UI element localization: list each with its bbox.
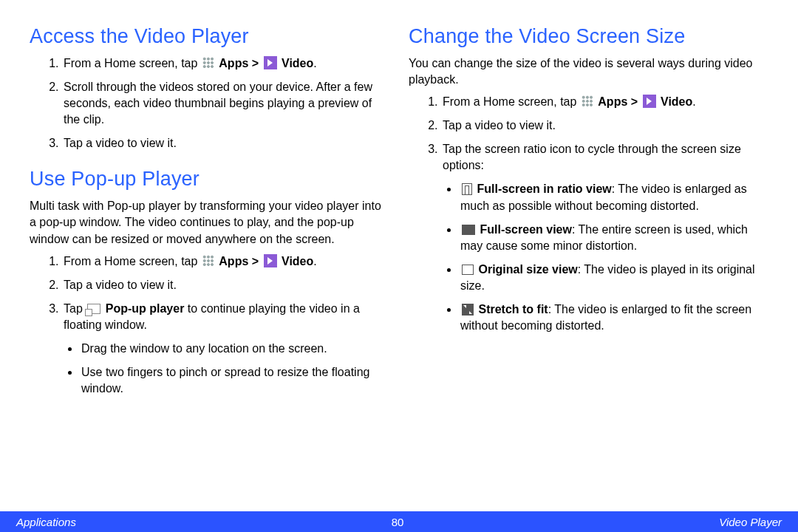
fullscreen-icon bbox=[462, 225, 475, 235]
screen-size-steps-list: From a Home screen, tap Apps > Video. Ta… bbox=[409, 94, 768, 334]
list-item: From a Home screen, tap Apps > Video. bbox=[62, 253, 389, 270]
step-text: From a Home screen, tap bbox=[64, 57, 201, 69]
list-item: Tap a video to view it. bbox=[441, 117, 768, 134]
list-item: Stretch to fit: The video is enlarged to… bbox=[459, 301, 768, 334]
apps-label: Apps bbox=[219, 255, 248, 267]
screen-size-intro-text: You can change the size of the video is … bbox=[409, 55, 768, 88]
list-item: Tap a video to view it. bbox=[62, 135, 389, 151]
video-label: Video bbox=[661, 95, 692, 108]
gt-separator: > bbox=[252, 255, 259, 267]
video-label: Video bbox=[282, 57, 313, 69]
period: . bbox=[692, 95, 695, 108]
apps-icon bbox=[582, 95, 593, 107]
list-item: From a Home screen, tap Apps > Video. bbox=[62, 55, 389, 72]
popup-sublist: Drag the window to any location on the s… bbox=[64, 341, 389, 397]
gt-separator: > bbox=[631, 95, 638, 108]
option-label: Full-screen view bbox=[480, 223, 572, 236]
right-column: Change the Video Screen Size You can cha… bbox=[409, 22, 768, 504]
ratio-view-icon bbox=[462, 183, 472, 195]
footer-section-label: Applications bbox=[16, 516, 76, 528]
list-item: Full-screen in ratio view: The video is … bbox=[459, 181, 768, 214]
video-icon bbox=[264, 56, 277, 69]
popup-steps-list: From a Home screen, tap Apps > Video. Ta… bbox=[30, 253, 389, 398]
step-text: From a Home screen, tap bbox=[64, 255, 201, 267]
footer-topic-label: Video Player bbox=[719, 516, 782, 528]
popup-icon bbox=[87, 304, 100, 314]
video-icon bbox=[264, 254, 277, 267]
apps-label: Apps bbox=[219, 57, 248, 69]
list-item: From a Home screen, tap Apps > Video. bbox=[441, 94, 768, 110]
step-text: Tap the screen ratio icon to cycle throu… bbox=[443, 143, 741, 171]
step-text: Tap bbox=[64, 302, 86, 315]
video-label: Video bbox=[282, 255, 313, 267]
period: . bbox=[313, 57, 316, 69]
list-item: Full-screen view: The entire screen is u… bbox=[459, 222, 768, 254]
step-text: From a Home screen, tap bbox=[443, 95, 580, 108]
heading-change-video-screen-size: Change the Video Screen Size bbox=[409, 25, 768, 48]
list-item: Use two fingers to pinch or spread to re… bbox=[80, 364, 389, 397]
gt-separator: > bbox=[252, 57, 259, 69]
list-item: Tap the screen ratio icon to cycle throu… bbox=[441, 141, 768, 334]
list-item: Original size view: The video is played … bbox=[459, 262, 768, 294]
stretch-to-fit-icon bbox=[462, 304, 474, 316]
apps-icon bbox=[202, 255, 214, 267]
popup-label: Pop-up player bbox=[106, 302, 185, 315]
list-item: Scroll through the videos stored on your… bbox=[62, 79, 389, 128]
heading-use-popup-player: Use Pop-up Player bbox=[30, 168, 389, 191]
footer-page-number: 80 bbox=[392, 516, 404, 528]
option-label: Original size view bbox=[478, 263, 577, 276]
original-size-icon bbox=[462, 265, 474, 275]
popup-intro-text: Multi task with Pop-up player by transfo… bbox=[30, 198, 389, 247]
heading-access-video-player: Access the Video Player bbox=[30, 25, 389, 48]
screen-size-options: Full-screen in ratio view: The video is … bbox=[443, 181, 768, 334]
apps-label: Apps bbox=[598, 95, 627, 108]
list-item: Tap Pop-up player to continue playing th… bbox=[62, 301, 389, 397]
option-label: Full-screen in ratio view bbox=[477, 183, 611, 195]
video-icon bbox=[643, 95, 656, 108]
list-item: Tap a video to view it. bbox=[62, 277, 389, 293]
access-steps-list: From a Home screen, tap Apps > Video. Sc… bbox=[30, 55, 389, 151]
content-area: Access the Video Player From a Home scre… bbox=[0, 0, 798, 511]
left-column: Access the Video Player From a Home scre… bbox=[30, 22, 389, 504]
apps-icon bbox=[202, 57, 214, 69]
page: Access the Video Player From a Home scre… bbox=[0, 0, 798, 532]
period: . bbox=[313, 255, 316, 267]
option-label: Stretch to fit bbox=[478, 303, 548, 316]
page-footer: Applications 80 Video Player bbox=[0, 511, 798, 532]
list-item: Drag the window to any location on the s… bbox=[80, 341, 389, 357]
